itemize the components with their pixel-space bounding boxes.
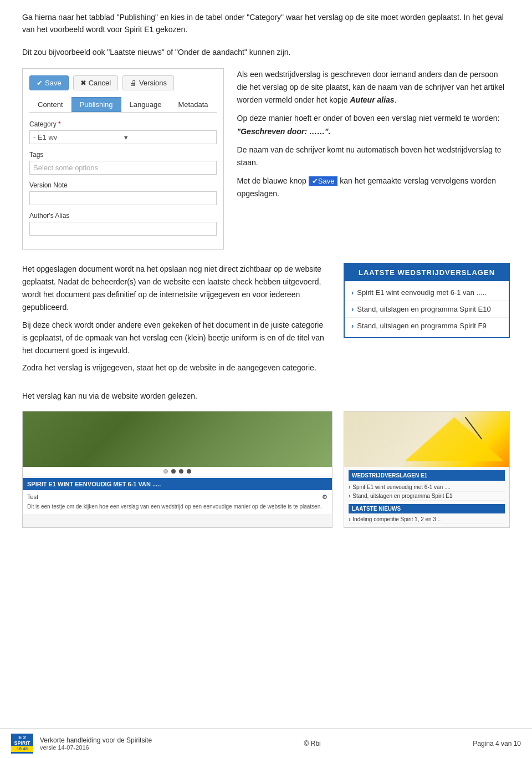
- decorative-svg: [344, 411, 509, 467]
- final-text: Het verslag kan nu via de website worden…: [22, 390, 510, 402]
- intro-text-1: Ga hierna naar het tabblad "Publishing" …: [22, 11, 510, 36]
- category-select[interactable]: - E1 wv ▼: [29, 130, 217, 144]
- screenshot-sidebar-title: WEDSTRIJDVERSLAGEN E1: [349, 470, 505, 481]
- screenshot-news-box: LAATSTE NIEUWS: [349, 504, 505, 513]
- bottom-para-3: Zodra het verslag is vrijgegeven, staat …: [22, 362, 327, 374]
- screenshot-image-right: [344, 411, 509, 467]
- sidebar-chevron-1: ›: [349, 484, 350, 490]
- widget-item-3[interactable]: › Stand, uitslagen en programma Spirit F…: [345, 318, 509, 334]
- two-col-section: ✔ Save ✖ Cancel 🖨 Versions Content P: [22, 68, 510, 250]
- bottom-section: Het opgeslagen document wordt na het ops…: [22, 263, 510, 379]
- checkmark-icon: ✔: [37, 79, 43, 87]
- gear-icon: ⚙: [322, 494, 328, 501]
- auteur-alias-term: Auteur alias: [350, 95, 395, 104]
- chevron-right-icon-2: ›: [351, 305, 354, 313]
- widget-item-label-1: Spirit E1 wint eenvoudig met 6-1 van ...…: [357, 288, 486, 297]
- page-footer: E 2 SPIRIT 19 45 Verkorte handleiding vo…: [0, 729, 532, 758]
- screenshot-dots: [23, 467, 332, 476]
- cms-versions-button[interactable]: 🖨 Versions: [122, 75, 174, 90]
- widget-panel: LAATSTE WEDSTRIJDVERSLAGEN › Spirit E1 w…: [344, 263, 510, 379]
- screenshot-body: Test ⚙ Dit is een testje om de kijken ho…: [23, 490, 332, 514]
- tags-label: Tags: [29, 151, 217, 159]
- save-button-highlight: ✔Save: [309, 176, 338, 186]
- footer-copyright: © Rbi: [152, 740, 473, 747]
- geschreven-door-term: "Geschreven door: ……".: [237, 127, 331, 136]
- tags-field: Tags Select some options: [29, 151, 217, 175]
- category-label: Category *: [29, 120, 217, 128]
- chevron-right-icon-3: ›: [351, 322, 354, 330]
- versions-label: Versions: [139, 79, 167, 87]
- intro-text-2: Dit zou bijvoorbeeld ook "Laatste nieuws…: [22, 46, 510, 58]
- author-alias-label: Author's Alias: [29, 212, 217, 220]
- footer-text: Verkorte handleiding voor de Spiritsite …: [40, 736, 152, 751]
- tab-content[interactable]: Content: [29, 97, 71, 112]
- news-chevron: ›: [349, 516, 350, 522]
- cancel-label: Cancel: [89, 79, 111, 87]
- dot-4: [187, 469, 191, 474]
- test-label: Test: [27, 494, 38, 501]
- screenshot-test-title: Test ⚙: [27, 494, 328, 501]
- explanation-para-3: De naam van de schrijver komt nu automat…: [237, 144, 510, 169]
- widget-item-1[interactable]: › Spirit E1 wint eenvoudig met 6-1 van .…: [345, 284, 509, 301]
- explanation-para-1: Als een wedstrijdverslag is geschreven d…: [237, 68, 510, 106]
- explanation-para-2: Op deze manier hoeft er onder of boven e…: [237, 112, 510, 138]
- cms-cancel-button[interactable]: ✖ Cancel: [73, 75, 118, 90]
- footer-page: Pagina 4 van 10: [473, 740, 521, 747]
- sidebar-item-label-2: Stand, uitslagen en programma Spirit E1: [352, 493, 452, 499]
- footer-subtitle: versie 14-07-2016: [40, 744, 152, 751]
- cms-save-button[interactable]: ✔ Save: [29, 75, 69, 90]
- screenshot-left: SPIRIT E1 WINT EENVOUDIG MET 6-1 VAN ...…: [22, 411, 332, 528]
- widget-box: LAATSTE WEDSTRIJDVERSLAGEN › Spirit E1 w…: [344, 263, 510, 338]
- cms-tabs: Content Publishing Language Metadata: [29, 97, 217, 113]
- screenshot-image-left: [23, 411, 332, 467]
- tab-metadata[interactable]: Metadata: [170, 97, 216, 112]
- widget-item-2[interactable]: › Stand, uitslagen en programma Spirit E…: [345, 301, 509, 318]
- screenshot-right: WEDSTRIJDVERSLAGEN E1 › Spirit E1 wint e…: [344, 411, 510, 528]
- required-marker: *: [58, 120, 61, 128]
- x-icon: ✖: [80, 79, 86, 87]
- explanation-para-4: Met de blauwe knop ✔Save kan het gemaakt…: [237, 175, 510, 200]
- tab-language[interactable]: Language: [121, 97, 170, 112]
- version-note-label: Version Note: [29, 181, 217, 189]
- explanation-text: Als een wedstrijdverslag is geschreven d…: [237, 68, 510, 250]
- bottom-left-text: Het opgeslagen document wordt na het ops…: [22, 263, 327, 379]
- cms-toolbar: ✔ Save ✖ Cancel 🖨 Versions: [29, 75, 217, 90]
- logo-bottom: 19 45: [11, 746, 33, 752]
- cms-panel: ✔ Save ✖ Cancel 🖨 Versions Content P: [22, 68, 224, 250]
- dot-1: [163, 469, 168, 474]
- screenshot-sidebar: WEDSTRIJDVERSLAGEN E1 › Spirit E1 wint e…: [344, 467, 509, 527]
- category-field: Category * - E1 wv ▼: [29, 120, 217, 144]
- tags-input[interactable]: Select some options: [29, 161, 217, 175]
- screenshot-headline: SPIRIT E1 WINT EENVOUDIG MET 6-1 VAN ...…: [23, 478, 332, 490]
- news-item-label: Indeling competitie Spirit 1, 2 en 3...: [352, 516, 441, 522]
- printer-icon: 🖨: [130, 79, 137, 87]
- screenshot-sidebar-item-1: › Spirit E1 wint eenvoudig met 6-1 van .…: [349, 483, 505, 492]
- author-alias-field: Author's Alias: [29, 212, 217, 236]
- screenshot-news-item: › Indeling competitie Spirit 1, 2 en 3..…: [349, 515, 505, 524]
- logo-top: E 2 SPIRIT: [14, 735, 30, 746]
- category-value: - E1 wv: [33, 133, 123, 141]
- widget-item-label-3: Stand, uitslagen en programma Spirit F9: [357, 322, 486, 330]
- bottom-para-1: Het opgeslagen document wordt na het ops…: [22, 263, 327, 314]
- widget-header: LAATSTE WEDSTRIJDVERSLAGEN: [345, 264, 509, 281]
- sidebar-chevron-2: ›: [349, 493, 350, 499]
- bottom-para-2: Bij deze check wordt onder andere even g…: [22, 319, 327, 357]
- widget-list: › Spirit E1 wint eenvoudig met 6-1 van .…: [345, 281, 509, 337]
- chevron-right-icon: ›: [351, 288, 354, 297]
- save-label: Save: [45, 79, 62, 87]
- screenshot-row: SPIRIT E1 WINT EENVOUDIG MET 6-1 VAN ...…: [22, 411, 510, 528]
- footer-logo: E 2 SPIRIT 19 45: [11, 734, 33, 754]
- footer-title: Verkorte handleiding voor de Spiritsite: [40, 736, 152, 744]
- dot-2: [171, 469, 176, 474]
- version-note-field: Version Note: [29, 181, 217, 205]
- sidebar-item-label-1: Spirit E1 wint eenvoudig met 6-1 van ...…: [352, 484, 451, 490]
- cms-box: ✔ Save ✖ Cancel 🖨 Versions Content P: [22, 68, 224, 250]
- version-note-input[interactable]: [29, 191, 217, 205]
- screenshot-description: Dit is een testje om de kijken hoe een v…: [27, 503, 328, 511]
- tab-publishing[interactable]: Publishing: [71, 97, 121, 112]
- dropdown-arrow-icon: ▼: [123, 134, 213, 141]
- screenshot-sidebar-item-2: › Stand, uitslagen en programma Spirit E…: [349, 492, 505, 501]
- widget-item-label-2: Stand, uitslagen en programma Spirit E10: [357, 305, 490, 313]
- screenshot-right-inner: WEDSTRIJDVERSLAGEN E1 › Spirit E1 wint e…: [344, 411, 509, 527]
- author-alias-input[interactable]: [29, 222, 217, 236]
